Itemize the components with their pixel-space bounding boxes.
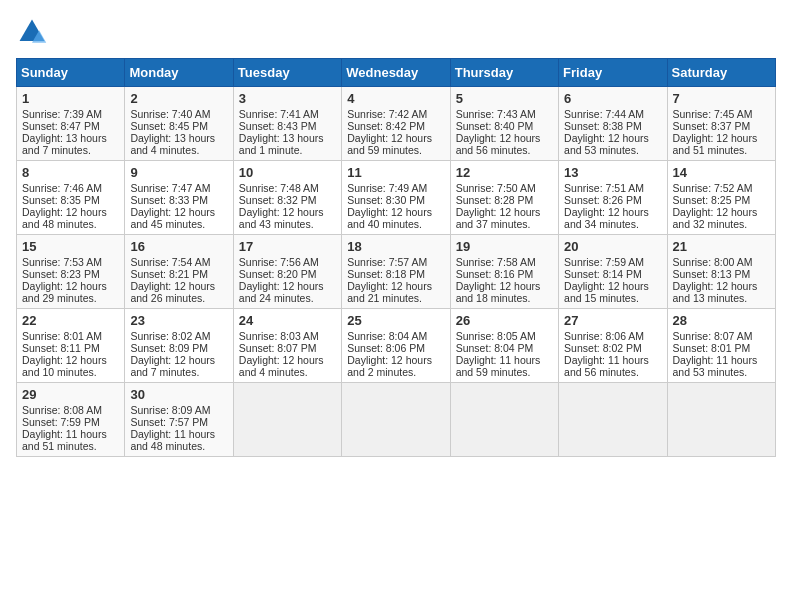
day-info: and 32 minutes. — [673, 218, 770, 230]
day-info: Daylight: 11 hours — [456, 354, 553, 366]
day-info: Daylight: 12 hours — [22, 354, 119, 366]
weekday-header-thursday: Thursday — [450, 59, 558, 87]
calendar-cell: 21Sunrise: 8:00 AMSunset: 8:13 PMDayligh… — [667, 235, 775, 309]
day-info: Sunrise: 7:41 AM — [239, 108, 336, 120]
day-info: Daylight: 12 hours — [130, 280, 227, 292]
day-info: Sunset: 8:45 PM — [130, 120, 227, 132]
day-info: Sunset: 7:57 PM — [130, 416, 227, 428]
day-info: Sunset: 7:59 PM — [22, 416, 119, 428]
day-number: 24 — [239, 313, 336, 328]
calendar-cell: 19Sunrise: 7:58 AMSunset: 8:16 PMDayligh… — [450, 235, 558, 309]
day-number: 4 — [347, 91, 444, 106]
day-number: 26 — [456, 313, 553, 328]
day-info: Sunrise: 8:01 AM — [22, 330, 119, 342]
day-info: Sunset: 8:14 PM — [564, 268, 661, 280]
day-info: Daylight: 12 hours — [456, 280, 553, 292]
day-info: Sunrise: 7:56 AM — [239, 256, 336, 268]
day-info: Sunset: 8:06 PM — [347, 342, 444, 354]
day-info: Sunset: 8:38 PM — [564, 120, 661, 132]
day-info: Daylight: 13 hours — [239, 132, 336, 144]
day-number: 22 — [22, 313, 119, 328]
day-number: 17 — [239, 239, 336, 254]
calendar-cell: 20Sunrise: 7:59 AMSunset: 8:14 PMDayligh… — [559, 235, 667, 309]
day-info: and 10 minutes. — [22, 366, 119, 378]
day-info: Sunrise: 8:04 AM — [347, 330, 444, 342]
day-info: Sunrise: 7:40 AM — [130, 108, 227, 120]
day-info: Daylight: 12 hours — [22, 206, 119, 218]
day-info: Sunrise: 7:42 AM — [347, 108, 444, 120]
day-number: 19 — [456, 239, 553, 254]
day-info: Daylight: 12 hours — [564, 280, 661, 292]
weekday-header-wednesday: Wednesday — [342, 59, 450, 87]
day-number: 3 — [239, 91, 336, 106]
day-number: 16 — [130, 239, 227, 254]
day-info: Sunrise: 7:48 AM — [239, 182, 336, 194]
day-info: and 56 minutes. — [456, 144, 553, 156]
day-info: and 4 minutes. — [239, 366, 336, 378]
day-info: and 26 minutes. — [130, 292, 227, 304]
day-info: Sunrise: 7:45 AM — [673, 108, 770, 120]
day-info: Sunrise: 7:57 AM — [347, 256, 444, 268]
day-info: Sunrise: 8:06 AM — [564, 330, 661, 342]
day-number: 30 — [130, 387, 227, 402]
day-info: Sunset: 8:01 PM — [673, 342, 770, 354]
day-info: Daylight: 12 hours — [564, 132, 661, 144]
day-info: Sunset: 8:26 PM — [564, 194, 661, 206]
day-info: and 1 minute. — [239, 144, 336, 156]
day-info: Sunset: 8:04 PM — [456, 342, 553, 354]
day-info: Daylight: 12 hours — [347, 206, 444, 218]
day-info: Daylight: 11 hours — [564, 354, 661, 366]
day-number: 2 — [130, 91, 227, 106]
day-info: Sunrise: 7:52 AM — [673, 182, 770, 194]
day-info: and 2 minutes. — [347, 366, 444, 378]
day-info: Sunrise: 7:44 AM — [564, 108, 661, 120]
calendar-cell: 3Sunrise: 7:41 AMSunset: 8:43 PMDaylight… — [233, 87, 341, 161]
day-info: Sunset: 8:33 PM — [130, 194, 227, 206]
calendar-cell: 10Sunrise: 7:48 AMSunset: 8:32 PMDayligh… — [233, 161, 341, 235]
day-info: Daylight: 13 hours — [22, 132, 119, 144]
day-info: Sunset: 8:28 PM — [456, 194, 553, 206]
day-info: Daylight: 12 hours — [673, 280, 770, 292]
calendar-cell: 9Sunrise: 7:47 AMSunset: 8:33 PMDaylight… — [125, 161, 233, 235]
day-info: Sunset: 8:47 PM — [22, 120, 119, 132]
day-info: Daylight: 11 hours — [130, 428, 227, 440]
day-info: Sunrise: 8:08 AM — [22, 404, 119, 416]
day-info: and 7 minutes. — [130, 366, 227, 378]
day-info: Sunset: 8:32 PM — [239, 194, 336, 206]
calendar-cell: 8Sunrise: 7:46 AMSunset: 8:35 PMDaylight… — [17, 161, 125, 235]
day-info: Sunset: 8:18 PM — [347, 268, 444, 280]
calendar-week-3: 15Sunrise: 7:53 AMSunset: 8:23 PMDayligh… — [17, 235, 776, 309]
day-info: Sunset: 8:30 PM — [347, 194, 444, 206]
calendar-cell: 12Sunrise: 7:50 AMSunset: 8:28 PMDayligh… — [450, 161, 558, 235]
weekday-header-tuesday: Tuesday — [233, 59, 341, 87]
day-info: Sunrise: 7:50 AM — [456, 182, 553, 194]
day-info: and 59 minutes. — [456, 366, 553, 378]
day-info: and 7 minutes. — [22, 144, 119, 156]
day-number: 7 — [673, 91, 770, 106]
day-info: Daylight: 12 hours — [347, 354, 444, 366]
day-number: 15 — [22, 239, 119, 254]
day-info: and 53 minutes. — [564, 144, 661, 156]
calendar-cell: 18Sunrise: 7:57 AMSunset: 8:18 PMDayligh… — [342, 235, 450, 309]
calendar-cell: 30Sunrise: 8:09 AMSunset: 7:57 PMDayligh… — [125, 383, 233, 457]
weekday-header-saturday: Saturday — [667, 59, 775, 87]
day-info: Sunrise: 7:51 AM — [564, 182, 661, 194]
day-info: Sunrise: 7:58 AM — [456, 256, 553, 268]
day-info: Sunset: 8:20 PM — [239, 268, 336, 280]
day-info: and 37 minutes. — [456, 218, 553, 230]
calendar-cell — [450, 383, 558, 457]
day-info: and 48 minutes. — [130, 440, 227, 452]
day-info: Sunrise: 8:07 AM — [673, 330, 770, 342]
day-info: Daylight: 12 hours — [239, 206, 336, 218]
logo — [16, 16, 52, 48]
day-info: Daylight: 12 hours — [347, 280, 444, 292]
day-info: and 51 minutes. — [673, 144, 770, 156]
calendar-cell: 4Sunrise: 7:42 AMSunset: 8:42 PMDaylight… — [342, 87, 450, 161]
day-info: Sunset: 8:37 PM — [673, 120, 770, 132]
calendar-cell: 29Sunrise: 8:08 AMSunset: 7:59 PMDayligh… — [17, 383, 125, 457]
day-info: Daylight: 11 hours — [673, 354, 770, 366]
day-number: 6 — [564, 91, 661, 106]
day-number: 20 — [564, 239, 661, 254]
page-header — [16, 16, 776, 48]
day-info: Daylight: 12 hours — [347, 132, 444, 144]
